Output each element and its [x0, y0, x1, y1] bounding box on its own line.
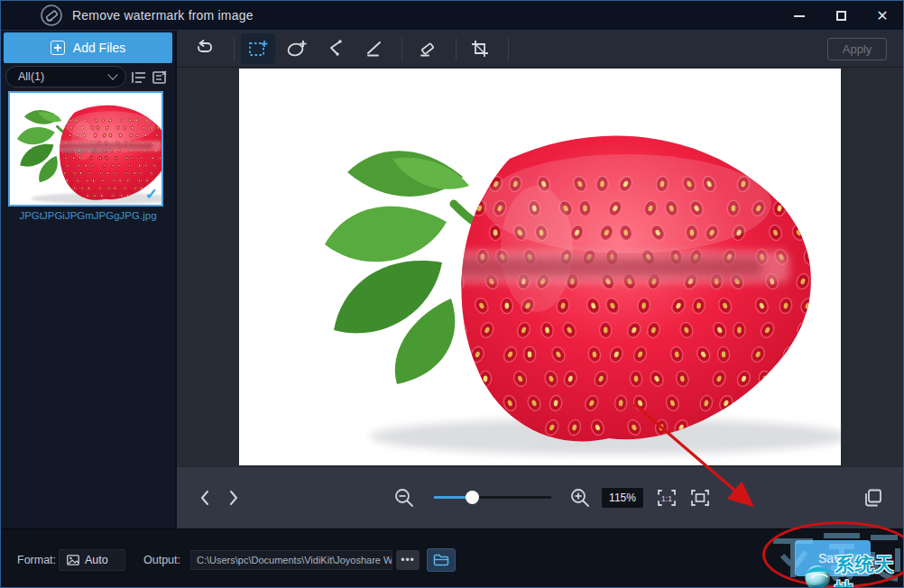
fit-to-screen-button[interactable] — [688, 487, 712, 509]
polygon-select-tool[interactable] — [318, 33, 353, 64]
crop-tool[interactable] — [463, 33, 497, 64]
content-area: Apply — [177, 31, 904, 528]
eraser-icon — [417, 39, 437, 59]
app-eraser-icon — [40, 4, 63, 27]
image-format-icon — [67, 555, 79, 565]
actual-size-button[interactable]: 1:1 — [655, 487, 678, 509]
toolbar-divider — [456, 38, 457, 60]
edit-toolbar: Apply — [177, 31, 904, 68]
list-view-icon[interactable] — [130, 69, 148, 87]
file-thumbnail[interactable]: wondershare ✓ — [8, 91, 163, 207]
browse-output-button[interactable]: ••• — [396, 550, 420, 570]
output-path-field[interactable]: C:\Users\pc\Documents\VidiKit\Joyoshare … — [190, 550, 392, 570]
minimize-icon — [794, 15, 805, 17]
format-label: Format: — [17, 554, 56, 566]
add-files-label: Add Files — [73, 41, 125, 55]
open-output-folder-button[interactable] — [427, 548, 456, 572]
file-filter-value: All(1) — [18, 70, 44, 83]
save-button[interactable]: Save — [795, 540, 871, 576]
maximize-icon — [836, 11, 846, 21]
add-files-button[interactable]: Add Files — [4, 32, 172, 63]
title-bar: Remove watermark from image ✕ — [1, 1, 903, 31]
zoom-in-button[interactable] — [569, 487, 591, 509]
file-sidebar: Add Files All(1) — [1, 31, 175, 528]
zoom-percentage-readout[interactable]: 115% — [602, 488, 643, 508]
marquee-select-icon — [247, 39, 269, 59]
line-tool[interactable] — [357, 33, 392, 64]
zoom-slider[interactable] — [434, 496, 551, 500]
output-label: Output: — [143, 554, 180, 566]
zoom-slider-track — [472, 496, 551, 499]
file-name-label: JPGtJPGiJPGmJPGgJPG.jpg — [1, 210, 175, 221]
ellipse-select-tool[interactable] — [280, 33, 314, 64]
crop-icon — [470, 39, 490, 59]
filter-row: All(1) — [1, 66, 175, 91]
toolbar-divider — [401, 38, 402, 60]
chevron-down-icon — [107, 69, 117, 79]
marquee-select-tool[interactable] — [241, 33, 275, 64]
folder-icon — [433, 554, 449, 566]
ellipse-select-icon — [286, 39, 308, 59]
preview-area: 115% 1:1 — [177, 68, 904, 528]
undo-button[interactable] — [188, 33, 222, 64]
app-window: Remove watermark from image ✕ Add Files … — [0, 0, 904, 588]
remove-file-icon[interactable] — [151, 69, 169, 87]
thumbnail-watermark-text: wondershare — [10, 146, 161, 155]
preview-controls-bar: 115% 1:1 — [177, 467, 904, 528]
minimize-button[interactable] — [779, 1, 820, 31]
apply-button[interactable]: Apply — [827, 38, 887, 60]
close-button[interactable]: ✕ — [862, 1, 903, 31]
strawberry-image — [239, 69, 841, 465]
selected-check-icon: ✓ — [145, 185, 158, 204]
format-value: Auto — [85, 554, 108, 566]
line-tool-icon — [364, 39, 384, 59]
zoom-slider-handle[interactable] — [466, 491, 479, 504]
undo-icon — [195, 39, 215, 59]
add-plus-icon — [51, 41, 65, 55]
body-row: Add Files All(1) — [1, 31, 904, 528]
compare-original-button[interactable] — [862, 487, 884, 509]
maximize-button[interactable] — [820, 1, 862, 31]
eraser-tool[interactable] — [410, 33, 444, 64]
toolbar-divider — [508, 38, 509, 60]
format-dropdown[interactable]: Auto — [59, 549, 125, 571]
svg-text:1:1: 1:1 — [661, 494, 672, 503]
toolbar-divider — [234, 38, 235, 60]
close-icon: ✕ — [876, 9, 888, 23]
window-title: Remove watermark from image — [72, 8, 254, 23]
next-image-button[interactable] — [227, 489, 240, 507]
zoom-out-button[interactable] — [393, 487, 415, 509]
image-canvas[interactable] — [239, 69, 841, 465]
file-filter-dropdown[interactable]: All(1) — [5, 66, 126, 87]
previous-image-button[interactable] — [198, 489, 211, 507]
status-bar: Format: Auto Output: C:\Users\pc\Documen… — [1, 528, 904, 588]
polygon-select-icon — [326, 39, 346, 59]
